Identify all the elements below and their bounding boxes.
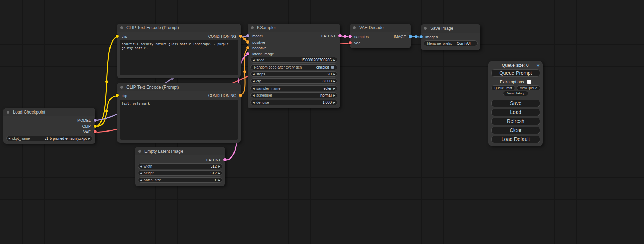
increment-arrow-icon[interactable]: ▶ [332,101,337,104]
collapse-dot-icon[interactable] [251,26,254,29]
load-button[interactable]: Load [491,109,540,116]
node-empty-latent-image[interactable]: Empty Latent Image LATENT ◀ width 512 ▶ … [135,147,225,186]
decrement-arrow-icon[interactable]: ◀ [251,80,256,83]
node-save-image[interactable]: Save Image images filename_prefix ComfyU… [421,24,480,50]
input-slot-samples[interactable]: samples [350,34,369,39]
decrement-arrow-icon[interactable]: ◀ [251,101,256,104]
input-slot-latent-image[interactable]: latent_image [248,52,274,56]
conditioning-slot-dot-icon[interactable] [246,46,249,49]
input-slot-negative[interactable]: negative [248,46,267,51]
view-queue-button[interactable]: View Queue [517,85,540,90]
input-slot-clip[interactable]: clip [117,93,127,98]
latent-slot-dot-icon[interactable] [338,34,342,37]
model-slot-dot-icon[interactable] [94,119,97,122]
extra-options-checkbox[interactable] [527,80,531,84]
collapse-dot-icon[interactable] [120,86,123,89]
widget-batch-size[interactable]: ◀ batch_size 1 ▶ [138,177,222,183]
vae-slot-dot-icon[interactable] [94,130,97,133]
node-titlebar[interactable]: Save Image [421,24,480,33]
conditioning-slot-dot-icon[interactable] [246,40,249,44]
latent-slot-dot-icon[interactable] [349,35,352,38]
node-titlebar[interactable]: Load Checkpoint [3,108,95,116]
widget-scheduler[interactable]: ◀ scheduler normal ▶ [250,92,337,98]
output-slot-latent[interactable]: LATENT [321,34,340,38]
widget-width[interactable]: ◀ width 512 ▶ [138,163,222,169]
conditioning-slot-dot-icon[interactable] [239,94,242,97]
node-vae-decode[interactable]: VAE Decode samples vae IMAGE [350,24,411,48]
widget-seed[interactable]: ◀ seed 156680208700286 ▶ [250,57,337,63]
increment-arrow-icon[interactable]: ▶ [332,94,337,97]
increment-arrow-icon[interactable]: ▶ [332,80,337,83]
node-ksampler[interactable]: KSampler model positive negative latent_… [248,24,340,108]
increment-arrow-icon[interactable]: ▶ [87,137,92,140]
prompt-text-area[interactable]: text, watermark [120,100,238,140]
toggle-dot-icon[interactable] [331,66,334,69]
collapse-dot-icon[interactable] [7,111,9,114]
collapse-dot-icon[interactable] [138,150,141,153]
collapse-dot-icon[interactable] [120,26,123,29]
node-clip-text-encode-negative[interactable]: CLIP Text Encode (Prompt) clip CONDITION… [117,83,241,143]
node-titlebar[interactable]: VAE Decode [350,24,411,32]
output-slot-conditioning[interactable]: CONDITIONING [208,34,241,39]
input-slot-positive[interactable]: positive [248,40,265,45]
save-button[interactable]: Save [491,100,540,107]
settings-gear-icon[interactable]: ✱ [536,63,540,68]
decrement-arrow-icon[interactable]: ◀ [138,172,144,175]
widget-steps[interactable]: ◀ steps 20 ▶ [250,71,337,77]
decrement-arrow-icon[interactable]: ◀ [251,58,256,62]
decrement-arrow-icon[interactable]: ◀ [251,94,256,97]
input-slot-vae[interactable]: vae [350,40,361,45]
decrement-arrow-icon[interactable]: ◀ [251,73,256,76]
increment-arrow-icon[interactable]: ▶ [332,73,337,76]
collapse-dot-icon[interactable] [424,27,427,30]
decrement-arrow-icon[interactable]: ◀ [7,137,12,140]
widget-filename-prefix[interactable]: filename_prefix ComfyUI [424,40,478,46]
input-slot-clip[interactable]: clip [117,34,127,39]
clip-slot-dot-icon[interactable] [94,125,97,128]
node-titlebar[interactable]: CLIP Text Encode (Prompt) [117,24,241,32]
vae-slot-dot-icon[interactable] [349,41,352,44]
input-slot-model[interactable]: model [248,34,263,38]
conditioning-slot-dot-icon[interactable] [239,35,242,38]
prompt-text-area[interactable]: beautiful scenery nature glass bottle la… [120,40,238,75]
decrement-arrow-icon[interactable]: ◀ [138,179,144,182]
node-titlebar[interactable]: KSampler [248,24,340,32]
widget-ckpt-name[interactable]: ◀ ckpt_name v1-5-pruned-emaonly.ckpt ▶ [6,136,92,141]
widget-cfg[interactable]: ◀ cfg 8.000 ▶ [250,78,337,84]
decrement-arrow-icon[interactable]: ◀ [251,87,256,90]
latent-slot-dot-icon[interactable] [246,52,249,55]
latent-slot-dot-icon[interactable] [223,158,227,161]
node-titlebar[interactable]: Empty Latent Image [135,147,225,155]
output-slot-image[interactable]: IMAGE [394,34,411,39]
increment-arrow-icon[interactable]: ▶ [217,165,222,168]
queue-prompt-button[interactable]: Queue Prompt [491,69,540,77]
node-load-checkpoint[interactable]: Load Checkpoint MODEL CLIP VAE ◀ ckpt_na… [3,108,95,144]
clip-slot-dot-icon[interactable] [116,94,119,97]
model-slot-dot-icon[interactable] [246,34,249,37]
output-slot-vae[interactable]: VAE [83,129,95,134]
node-titlebar[interactable]: CLIP Text Encode (Prompt) [117,83,241,91]
output-slot-model[interactable]: MODEL [77,118,95,123]
clip-slot-dot-icon[interactable] [116,35,119,38]
widget-random-seed-toggle[interactable]: Random seed after every gen enabled [250,64,337,70]
image-slot-dot-icon[interactable] [420,35,423,38]
increment-arrow-icon[interactable]: ▶ [217,172,222,175]
collapse-dot-icon[interactable] [353,26,356,29]
drag-handle-icon[interactable]: ⠿ [491,63,494,68]
widget-denoise[interactable]: ◀ denoise 1.000 ▶ [250,100,337,105]
widget-height[interactable]: ◀ height 512 ▶ [138,170,222,176]
load-default-button[interactable]: Load Default [491,136,540,143]
increment-arrow-icon[interactable]: ▶ [217,179,222,182]
refresh-button[interactable]: Refresh [491,118,540,125]
output-slot-latent[interactable]: LATENT [206,157,225,162]
image-slot-dot-icon[interactable] [409,35,412,38]
queue-front-button[interactable]: Queue Front [491,85,515,90]
output-slot-conditioning[interactable]: CONDITIONING [208,93,241,98]
decrement-arrow-icon[interactable]: ◀ [138,165,144,168]
increment-arrow-icon[interactable]: ▶ [332,58,337,62]
input-slot-images[interactable]: images [421,35,438,39]
widget-sampler-name[interactable]: ◀ sampler_name euler ▶ [250,85,337,91]
view-history-button[interactable]: View History [503,91,528,96]
output-slot-clip[interactable]: CLIP [82,124,95,129]
increment-arrow-icon[interactable]: ▶ [332,87,337,90]
